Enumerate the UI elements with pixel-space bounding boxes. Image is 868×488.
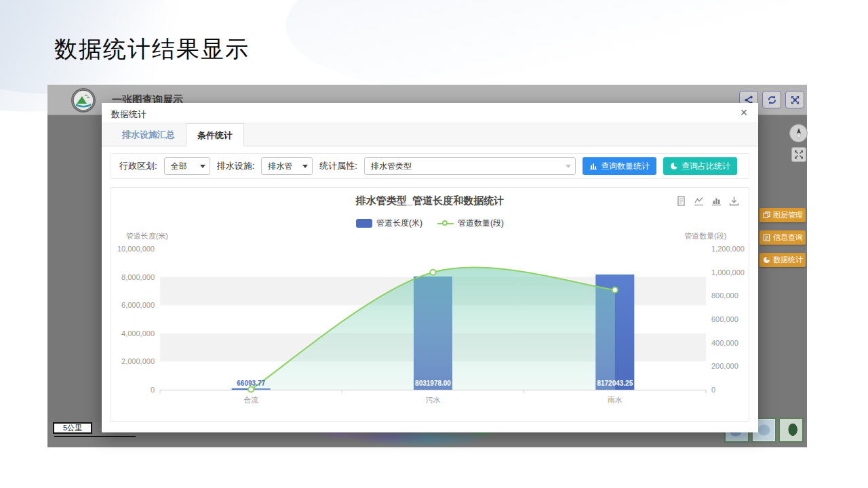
refresh-icon [767, 95, 777, 105]
svg-text:400,000: 400,000 [711, 339, 738, 347]
side-button-label: 信息查询 [773, 232, 803, 243]
layer-manage-button[interactable]: 图层管理 [760, 208, 806, 222]
info-doc-icon [763, 234, 770, 241]
close-icon[interactable]: × [736, 105, 751, 120]
side-button-label: 数据统计 [773, 255, 803, 265]
svg-text:1,000,000: 1,000,000 [711, 268, 745, 277]
pie-chart-icon [670, 162, 678, 170]
query-ratio-label: 查询占比统计 [682, 161, 730, 172]
data-statistics-button[interactable]: 数据统计 [760, 253, 806, 267]
chevron-down-icon [200, 165, 205, 168]
bar-chart-icon [589, 162, 597, 170]
map-fullscreen-button[interactable] [791, 147, 806, 162]
query-count-label: 查询数量统计 [601, 161, 650, 172]
svg-text:10,000,000: 10,000,000 [117, 245, 155, 253]
svg-text:4,000,000: 4,000,000 [121, 329, 155, 338]
region-label: 行政区划: [119, 160, 157, 172]
query-count-button[interactable]: 查询数量统计 [583, 157, 656, 175]
info-query-button[interactable]: 信息查询 [760, 230, 806, 245]
pie-icon [763, 256, 770, 264]
attribute-select[interactable]: 排水管类型 [364, 157, 576, 175]
attribute-label: 统计属性: [319, 160, 357, 172]
modal-title: 数据统计 [111, 108, 146, 121]
svg-text:2,000,000: 2,000,000 [121, 357, 155, 365]
refresh-button[interactable] [762, 91, 781, 108]
facility-label: 排水设施: [217, 160, 255, 172]
filter-toolbar: 行政区划: 全部 排水设施: 排水管 统计属性: 排水管类型 查询数量统计 [111, 153, 749, 179]
svg-text:1,200,000: 1,200,000 [711, 245, 745, 253]
tab-condition-statistics[interactable]: 条件统计 [186, 123, 244, 146]
expand-icon [794, 150, 804, 159]
svg-text:0: 0 [711, 386, 715, 394]
map-scale-label: 5公里 [53, 422, 92, 434]
svg-text:雨水: 雨水 [608, 396, 623, 404]
svg-text:66093.77: 66093.77 [237, 380, 265, 387]
fullscreen-button[interactable] [785, 91, 804, 108]
tab-drainage-summary[interactable]: 排水设施汇总 [111, 123, 186, 146]
layers-icon [763, 211, 770, 219]
statistics-chart: 10,000,0008,000,0006,000,0004,000,0002,0… [111, 188, 750, 422]
compass-icon [793, 127, 805, 140]
chevron-down-icon [566, 165, 571, 168]
compass-button[interactable] [789, 124, 808, 142]
map-scale-line [54, 436, 136, 437]
svg-text:8,000,000: 8,000,000 [121, 273, 155, 281]
facility-select-value: 排水管 [268, 161, 292, 172]
chart-panel: 排水管类型_管道长度和数据统计 [111, 187, 749, 422]
svg-text:800,000: 800,000 [711, 291, 738, 300]
svg-text:污水: 污水 [426, 396, 441, 404]
statistics-modal: 数据统计 × 排水设施汇总 条件统计 行政区划: 全部 排水设施: 排水管 统计… [102, 103, 758, 432]
svg-text:8031978.00: 8031978.00 [415, 380, 451, 387]
facility-select[interactable]: 排水管 [261, 157, 313, 175]
modal-header: 数据统计 × [102, 103, 758, 123]
region-select[interactable]: 全部 [164, 157, 210, 175]
fullscreen-icon [790, 95, 800, 105]
tab-bar: 排水设施汇总 条件统计 [102, 123, 758, 146]
svg-text:8172043.25: 8172043.25 [597, 380, 633, 387]
query-ratio-button[interactable]: 查询占比统计 [663, 157, 737, 175]
svg-text:600,000: 600,000 [711, 315, 738, 323]
svg-text:6,000,000: 6,000,000 [121, 301, 155, 309]
svg-text:200,000: 200,000 [711, 362, 738, 370]
svg-text:0: 0 [151, 386, 155, 394]
chevron-down-icon [302, 165, 308, 168]
region-select-value: 全部 [171, 161, 187, 172]
app-logo [71, 88, 96, 113]
slide-title: 数据统计结果显示 [54, 34, 250, 65]
basemap-thumbnail-3[interactable] [778, 418, 804, 443]
side-button-label: 图层管理 [773, 210, 803, 220]
attribute-select-value: 排水管类型 [371, 161, 412, 172]
svg-text:合流: 合流 [243, 396, 258, 404]
